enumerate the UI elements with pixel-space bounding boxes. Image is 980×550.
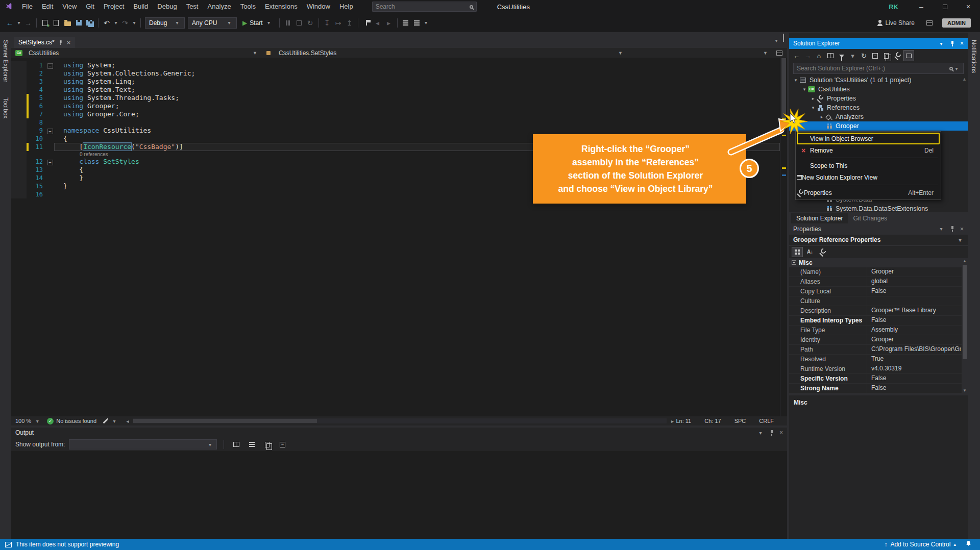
menu-view[interactable]: View bbox=[58, 0, 81, 13]
split-window-button[interactable] bbox=[772, 51, 787, 56]
live-share-button[interactable]: Live Share bbox=[877, 19, 915, 27]
increase-indent-button[interactable] bbox=[411, 17, 423, 29]
property-value[interactable]: global bbox=[867, 277, 961, 286]
property-group-header[interactable]: − Misc bbox=[789, 258, 968, 267]
goto-message-button[interactable] bbox=[231, 438, 242, 451]
save-button[interactable] bbox=[73, 17, 84, 29]
member-dropdown[interactable]: ▼ bbox=[627, 48, 772, 58]
tree-item-references[interactable]: ▾References bbox=[789, 103, 968, 112]
previous-bookmark-button[interactable]: ◂ bbox=[372, 17, 383, 29]
code-line-4[interactable]: 4using System.Text; bbox=[11, 86, 780, 94]
property-value[interactable] bbox=[867, 296, 961, 306]
property-row-runtime-version[interactable]: Runtime Versionv4.0.30319 bbox=[789, 364, 968, 374]
side-tab-toolbox[interactable]: Toolbox bbox=[2, 97, 9, 118]
tree-item-system-data-datasetextensions[interactable]: System.Data.DataSetExtensions bbox=[789, 204, 968, 212]
preview-selected-items-button[interactable] bbox=[903, 50, 914, 61]
scroll-up-icon[interactable]: ▲ bbox=[962, 77, 967, 82]
context-menu-item-new-solution-explorer-view[interactable]: New Solution Explorer View bbox=[797, 171, 940, 183]
tree-item-solution-cssutilities-1-of-1-project[interactable]: ▾Solution 'CssUtilities' (1 of 1 project… bbox=[789, 76, 968, 85]
save-all-button[interactable] bbox=[84, 17, 95, 29]
next-bookmark-button[interactable]: ▸ bbox=[383, 17, 395, 29]
code-line-3[interactable]: 3using System.Linq; bbox=[11, 78, 780, 86]
clear-all-button[interactable] bbox=[246, 438, 257, 451]
menu-help[interactable]: Help bbox=[335, 0, 358, 13]
property-value[interactable]: Grooper bbox=[867, 335, 961, 344]
expander-icon[interactable]: ▾ bbox=[792, 78, 799, 83]
property-row-embed-interop-types[interactable]: Embed Interop TypesFalse bbox=[789, 316, 968, 326]
tree-item-analyzers[interactable]: ▸Analyzers bbox=[789, 112, 968, 121]
property-value[interactable]: Grooper bbox=[867, 267, 961, 277]
code-line-7[interactable]: 7using Grooper.Core; bbox=[11, 110, 780, 118]
undo-dropdown-icon[interactable]: ▾ bbox=[112, 17, 119, 29]
tab-list-dropdown-icon[interactable]: ▾ bbox=[773, 34, 780, 46]
tree-item-properties[interactable]: ▸Properties bbox=[789, 94, 968, 103]
back-button[interactable]: ← bbox=[791, 50, 802, 61]
menu-window[interactable]: Window bbox=[302, 0, 335, 13]
menu-edit[interactable]: Edit bbox=[37, 0, 58, 13]
chevron-up-icon[interactable]: ▴ bbox=[953, 542, 956, 547]
code-line-8[interactable]: 8 bbox=[11, 118, 780, 127]
line-ending-indicator[interactable]: CRLF bbox=[759, 418, 774, 424]
context-menu-item-scope-to-this[interactable]: Scope to This bbox=[797, 160, 940, 171]
decrease-indent-button[interactable] bbox=[400, 17, 411, 29]
side-tab-server-explorer[interactable]: Server Explorer bbox=[2, 40, 9, 82]
step-out-button[interactable]: ↥ bbox=[344, 17, 355, 29]
alphabetical-sort-button[interactable]: A↓ bbox=[804, 247, 816, 257]
configuration-dropdown[interactable]: Debug▾ bbox=[145, 17, 185, 29]
panel-tab-solution-explorer[interactable]: Solution Explorer bbox=[791, 213, 848, 223]
menu-project[interactable]: Project bbox=[99, 0, 129, 13]
editor-vertical-scrollbar[interactable] bbox=[780, 58, 787, 416]
menu-file[interactable]: File bbox=[17, 0, 37, 13]
feedback-button[interactable] bbox=[924, 17, 935, 29]
menu-debug[interactable]: Debug bbox=[153, 0, 181, 13]
user-avatar[interactable]: RK bbox=[889, 3, 898, 11]
chevron-down-icon[interactable]: ▾ bbox=[757, 427, 764, 439]
property-row-strong-name[interactable]: Strong NameFalse bbox=[789, 384, 968, 393]
fold-icon[interactable]: − bbox=[47, 129, 53, 134]
property-row-copy-local[interactable]: Copy LocalFalse bbox=[789, 287, 968, 296]
side-tab-notifications[interactable]: Notifications bbox=[970, 40, 977, 73]
open-file-button[interactable] bbox=[62, 17, 73, 29]
property-row-culture[interactable]: Culture bbox=[789, 296, 968, 306]
scrollbar-thumb[interactable] bbox=[133, 419, 317, 423]
property-pages-button[interactable] bbox=[817, 247, 828, 257]
forward-button[interactable]: → bbox=[802, 50, 813, 61]
close-icon[interactable]: × bbox=[960, 40, 964, 47]
output-panel-header[interactable]: Output ▾ × bbox=[11, 428, 787, 438]
property-row-name[interactable]: (Name)Grooper bbox=[789, 267, 968, 277]
code-line-5[interactable]: 5using System.Threading.Tasks; bbox=[11, 94, 780, 102]
fold-icon[interactable]: − bbox=[47, 160, 53, 165]
property-value[interactable]: False bbox=[867, 383, 961, 393]
menu-test[interactable]: Test bbox=[182, 0, 203, 13]
notifications-bell-icon[interactable] bbox=[965, 540, 972, 548]
property-row-resolved[interactable]: ResolvedTrue bbox=[789, 355, 968, 364]
expander-icon[interactable]: ▸ bbox=[818, 114, 825, 119]
redo-dropdown-icon[interactable]: ▾ bbox=[131, 17, 138, 29]
pin-icon[interactable] bbox=[950, 40, 955, 47]
code-editor[interactable]: 1−using System;2using System.Collections… bbox=[11, 58, 787, 416]
panel-tab-git-changes[interactable]: Git Changes bbox=[848, 213, 892, 223]
properties-header[interactable]: Properties ▾ × bbox=[789, 223, 968, 235]
fold-icon[interactable]: − bbox=[47, 63, 53, 69]
platform-dropdown[interactable]: Any CPU▾ bbox=[188, 17, 237, 29]
spaces-indicator[interactable]: SPC bbox=[734, 418, 746, 424]
restart-button[interactable]: ↻ bbox=[305, 17, 316, 29]
minimize-button[interactable]: – bbox=[910, 0, 933, 13]
navigate-forward-button[interactable]: → bbox=[22, 17, 34, 29]
home-button[interactable]: ⌂ bbox=[814, 50, 824, 61]
stop-button[interactable] bbox=[293, 17, 305, 29]
add-to-source-control-button[interactable]: Add to Source Control bbox=[890, 541, 950, 548]
property-value[interactable]: v4.0.30319 bbox=[867, 364, 961, 373]
global-search-input[interactable]: Search bbox=[372, 2, 477, 12]
property-row-path[interactable]: PathC:\Program Files\BIS\Grooper\Gr bbox=[789, 345, 968, 355]
property-value[interactable]: C:\Program Files\BIS\Grooper\Gr bbox=[867, 344, 961, 354]
property-value[interactable]: False bbox=[867, 373, 961, 383]
property-row-aliases[interactable]: Aliasesglobal bbox=[789, 277, 968, 287]
close-icon[interactable]: × bbox=[779, 429, 783, 436]
collapse-all-button[interactable] bbox=[870, 50, 880, 61]
type-dropdown[interactable]: CssUtilities.SetStyles ▼ bbox=[261, 48, 627, 58]
collapse-group-icon[interactable]: − bbox=[792, 260, 796, 265]
chevron-down-icon[interactable]: ▾ bbox=[938, 223, 945, 235]
filter-dropdown-icon[interactable]: ▾ bbox=[847, 50, 858, 61]
tree-item-grooper[interactable]: Grooper bbox=[789, 121, 968, 131]
